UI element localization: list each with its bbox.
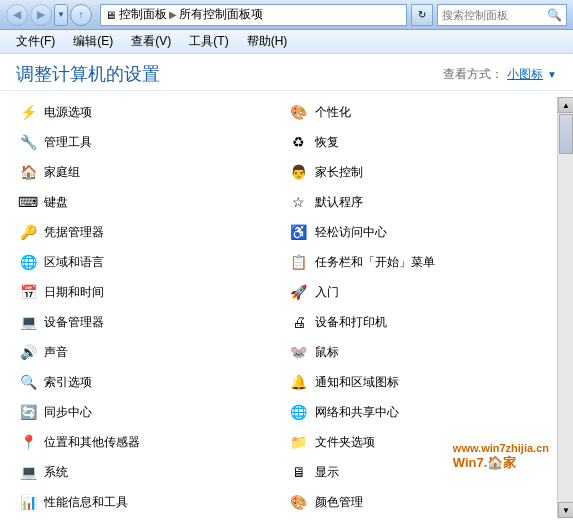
item-label: 键盘 — [44, 194, 68, 211]
scrollbar[interactable]: ▲ ▼ — [557, 97, 573, 518]
list-item[interactable]: 💻系统 — [8, 457, 279, 487]
item-label: 日期和时间 — [44, 284, 104, 301]
item-label: 显示 — [315, 464, 339, 481]
list-item[interactable]: 🔊声音 — [8, 337, 279, 367]
list-item[interactable]: 📊性能信息和工具 — [8, 487, 279, 517]
list-item[interactable]: 🐭鼠标 — [279, 337, 550, 367]
content-header: 调整计算机的设置 查看方式： 小图标 ▼ — [0, 54, 573, 91]
breadcrumb-current: 所有控制面板项 — [179, 6, 263, 23]
item-icon: 🌐 — [16, 250, 40, 274]
view-dropdown-icon[interactable]: ▼ — [547, 69, 557, 80]
item-icon: 🌐 — [287, 400, 311, 424]
breadcrumb-sep: ▶ — [169, 9, 177, 20]
item-label: 鼠标 — [315, 344, 339, 361]
item-icon: 🔔 — [287, 370, 311, 394]
items-container: ⚡电源选项🎨个性化🔧管理工具♻恢复🏠家庭组👨家长控制⌨键盘☆默认程序🔑凭据管理器… — [0, 91, 573, 524]
item-label: 网络和共享中心 — [315, 404, 399, 421]
search-bar[interactable]: 🔍 — [437, 4, 567, 26]
scroll-up-button[interactable]: ▲ — [558, 97, 573, 113]
item-icon: ⌨ — [16, 190, 40, 214]
list-item[interactable]: 🎨个性化 — [279, 97, 550, 127]
list-item[interactable]: 💻设备管理器 — [8, 307, 279, 337]
nav-buttons: ◀ ▶ ▼ ↑ — [6, 4, 92, 26]
item-icon: 💻 — [16, 460, 40, 484]
list-item[interactable]: 🔑凭据管理器 — [8, 217, 279, 247]
refresh-button[interactable]: ↻ — [411, 4, 433, 26]
search-icon: 🔍 — [547, 8, 562, 22]
item-label: 位置和其他传感器 — [44, 434, 140, 451]
item-label: 设备和打印机 — [315, 314, 387, 331]
list-item[interactable]: ♿轻松访问中心 — [279, 217, 550, 247]
list-item[interactable]: ⌨键盘 — [8, 187, 279, 217]
list-item[interactable]: 🔄同步中心 — [8, 397, 279, 427]
list-item[interactable]: 📅日期和时间 — [8, 277, 279, 307]
item-label: 入门 — [315, 284, 339, 301]
item-label: 轻松访问中心 — [315, 224, 387, 241]
scroll-track — [558, 113, 573, 502]
item-icon: 👨 — [287, 160, 311, 184]
menu-help[interactable]: 帮助(H) — [239, 31, 296, 52]
list-item[interactable]: 👨家长控制 — [279, 157, 550, 187]
item-icon: 📋 — [287, 250, 311, 274]
item-icon: ♻ — [287, 130, 311, 154]
item-icon: 📅 — [16, 280, 40, 304]
view-mode-button[interactable]: 小图标 — [507, 66, 543, 83]
list-item[interactable]: 📁文件夹选项 — [279, 427, 550, 457]
list-item[interactable]: 📋任务栏和「开始」菜单 — [279, 247, 550, 277]
list-item[interactable]: 🖥显示 — [279, 457, 550, 487]
breadcrumb: 控制面板 ▶ 所有控制面板项 — [119, 6, 263, 23]
title-bar: ◀ ▶ ▼ ↑ 🖥 控制面板 ▶ 所有控制面板项 ↻ 🔍 — [0, 0, 573, 30]
list-item[interactable]: 📍位置和其他传感器 — [8, 427, 279, 457]
item-icon: 📍 — [16, 430, 40, 454]
item-label: 任务栏和「开始」菜单 — [315, 254, 435, 271]
search-input[interactable] — [442, 9, 547, 21]
up-button[interactable]: ↑ — [70, 4, 92, 26]
item-label: 索引选项 — [44, 374, 92, 391]
dropdown-button[interactable]: ▼ — [54, 4, 68, 26]
item-label: 同步中心 — [44, 404, 92, 421]
address-icon: 🖥 — [105, 9, 116, 21]
item-icon: 🖥 — [287, 460, 311, 484]
back-button[interactable]: ◀ — [6, 4, 28, 26]
list-item[interactable]: 🏠家庭组 — [8, 157, 279, 187]
list-item[interactable]: ♻恢复 — [279, 127, 550, 157]
scroll-down-button[interactable]: ▼ — [558, 502, 573, 518]
item-icon: 🔧 — [16, 520, 40, 524]
item-icon: 🐭 — [287, 340, 311, 364]
item-icon: 🔧 — [16, 130, 40, 154]
menu-edit[interactable]: 编辑(E) — [65, 31, 121, 52]
list-item[interactable]: 🌐网络和共享中心 — [279, 397, 550, 427]
menu-view[interactable]: 查看(V) — [123, 31, 179, 52]
item-icon: ☆ — [287, 190, 311, 214]
item-icon: ♿ — [287, 220, 311, 244]
item-icon: 🎨 — [287, 100, 311, 124]
scroll-thumb[interactable] — [559, 114, 573, 154]
list-item[interactable]: ☆默认程序 — [279, 187, 550, 217]
list-item[interactable]: 🔧疑难解答 — [8, 517, 279, 524]
list-item[interactable]: 🖨设备和打印机 — [279, 307, 550, 337]
menu-file[interactable]: 文件(F) — [8, 31, 63, 52]
forward-button[interactable]: ▶ — [30, 4, 52, 26]
list-item[interactable]: ⚡电源选项 — [8, 97, 279, 127]
item-label: 系统 — [44, 464, 68, 481]
item-icon: 💻 — [16, 310, 40, 334]
list-item[interactable]: 🔍索引选项 — [8, 367, 279, 397]
list-item[interactable]: 🔔通知和区域图标 — [279, 367, 550, 397]
list-item[interactable]: 🖥英特尔(R) 图形和媒 — [279, 517, 550, 524]
list-item[interactable]: 🎨颜色管理 — [279, 487, 550, 517]
item-label: 性能信息和工具 — [44, 494, 128, 511]
item-icon: 🔊 — [16, 340, 40, 364]
item-label: 家庭组 — [44, 164, 80, 181]
item-label: 默认程序 — [315, 194, 363, 211]
page-title: 调整计算机的设置 — [16, 62, 160, 86]
item-icon: 🖨 — [287, 310, 311, 334]
menu-bar: 文件(F) 编辑(E) 查看(V) 工具(T) 帮助(H) — [0, 30, 573, 54]
list-item[interactable]: 🔧管理工具 — [8, 127, 279, 157]
address-bar[interactable]: 🖥 控制面板 ▶ 所有控制面板项 — [100, 4, 407, 26]
list-item[interactable]: 🌐区域和语言 — [8, 247, 279, 277]
menu-tools[interactable]: 工具(T) — [181, 31, 236, 52]
list-item[interactable]: 🚀入门 — [279, 277, 550, 307]
item-label: 家长控制 — [315, 164, 363, 181]
item-icon: 🔑 — [16, 220, 40, 244]
item-label: 管理工具 — [44, 134, 92, 151]
